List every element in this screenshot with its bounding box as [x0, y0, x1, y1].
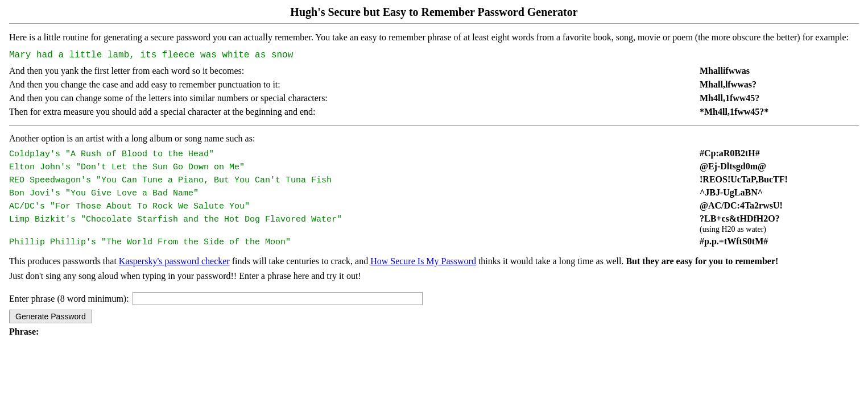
- example-password-4: @AC/DC:4Ta2rwsU!: [688, 201, 859, 211]
- example-row-0: Coldplay's "A Rush of Blood to the Head"…: [9, 148, 859, 159]
- example-phrase-link-6[interactable]: Phillip Phillip's "The World From the Si…: [9, 238, 291, 247]
- example-password-3: ^JBJ-UgLaBN^: [688, 188, 859, 198]
- step-label-3: And then you can change some of the lett…: [9, 93, 688, 103]
- step-label-2: And then you change the case and add eas…: [9, 80, 688, 90]
- example-password-5: ?LB+cs&tHDfH2O?(using H20 as water): [688, 214, 859, 234]
- example-row-3: Bon Jovi's "You Give Love a Bad Name"^JB…: [9, 188, 859, 198]
- example-row-1: Elton John's "Don't Let the Sun Go Down …: [9, 161, 859, 172]
- example-row-4: AC/DC's "For Those About To Rock We Salu…: [9, 201, 859, 211]
- bottom-text-1: This produces passwords that: [9, 256, 119, 266]
- example-phrase-link-2[interactable]: REO Speedwagon's "You Can Tune a Piano, …: [9, 176, 332, 185]
- generate-password-button[interactable]: Generate Password: [9, 310, 92, 323]
- another-option-label: Another option is an artist with a long …: [9, 134, 859, 144]
- example-row-6: Phillip Phillip's "The World From the Si…: [9, 236, 859, 247]
- intro-text: Here is a little routine for generating …: [9, 31, 859, 44]
- step-row-3: And then you can change some of the lett…: [9, 93, 859, 103]
- example-row-2: REO Speedwagon's "You Can Tune a Piano, …: [9, 174, 859, 185]
- form-section: Enter phrase (8 word minimum): Generate …: [9, 292, 859, 323]
- phrase-input[interactable]: [133, 292, 423, 305]
- example-password-6: #p.p.=tWftS0tM#: [688, 236, 859, 247]
- example-phrase-link-0[interactable]: Coldplay's "A Rush of Blood to the Head": [9, 149, 214, 159]
- page-title: Hugh's Secure but Easy to Remember Passw…: [9, 6, 859, 19]
- example-password-0: #Cp:aR0B2tH#: [688, 148, 859, 159]
- bold-text: But they are easy for you to remember!: [626, 256, 778, 266]
- step-result-2: Mhall,lfwwas?: [688, 80, 859, 90]
- example-phrase-link-3[interactable]: Bon Jovi's "You Give Love a Bad Name": [9, 189, 199, 198]
- example-row-5: Limp Bizkit's "Chocolate Starfish and th…: [9, 214, 859, 234]
- step-result-3: Mh4ll,1fww45?: [688, 93, 859, 103]
- phrase-input-label: Enter phrase (8 word minimum):: [9, 294, 129, 304]
- step-result-1: Mhallifwwas: [688, 66, 859, 76]
- step-label-4: Then for extra measure you should add a …: [9, 107, 688, 117]
- example-password-1: @Ej-Dltsgd0m@: [688, 161, 859, 172]
- example-password-2: !REOS!UcTaP,BucTF!: [688, 174, 859, 185]
- bottom-text: This produces passwords that Kaspersky's…: [9, 254, 859, 283]
- step-row-1: And then you yank the first letter from …: [9, 66, 859, 76]
- step-row-4: Then for extra measure you should add a …: [9, 107, 859, 117]
- bottom-text-3: thinks it would take a long time as well…: [476, 256, 626, 266]
- example-phrase: Mary had a little lamb, its fleece was w…: [9, 50, 859, 60]
- example-phrase-link-1[interactable]: Elton John's "Don't Let the Sun Go Down …: [9, 163, 245, 172]
- step-label-1: And then you yank the first letter from …: [9, 66, 688, 76]
- step-row-2: And then you change the case and add eas…: [9, 80, 859, 90]
- bottom-text-2: finds will take centuries to crack, and: [230, 256, 370, 266]
- howsecure-link[interactable]: How Secure Is My Password: [370, 256, 476, 266]
- phrase-output-label: Phrase:: [9, 327, 859, 337]
- example-phrase-link-4[interactable]: AC/DC's "For Those About To Rock We Salu…: [9, 202, 250, 211]
- kaspersky-link[interactable]: Kaspersky's password checker: [119, 256, 230, 266]
- example-phrase-link-5[interactable]: Limp Bizkit's "Chocolate Starfish and th…: [9, 215, 342, 224]
- bottom-text-4: Just don't sing any song aloud when typi…: [9, 271, 361, 281]
- step-result-4: *Mh4ll,1fww45?*: [688, 107, 859, 117]
